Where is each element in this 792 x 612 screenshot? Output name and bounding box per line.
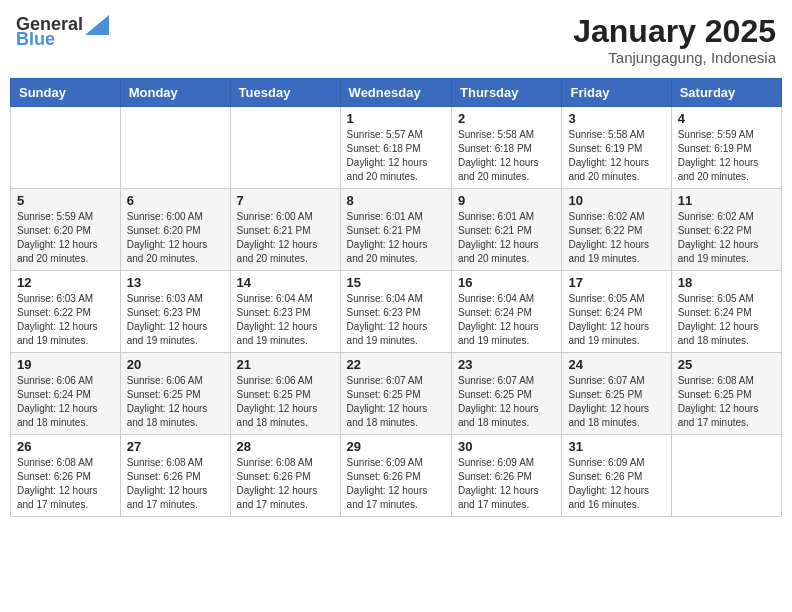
day-number: 6 [127,193,224,208]
day-cell: 18Sunrise: 6:05 AM Sunset: 6:24 PM Dayli… [671,271,781,353]
day-number: 29 [347,439,445,454]
day-info: Sunrise: 6:03 AM Sunset: 6:22 PM Dayligh… [17,292,114,348]
week-row-4: 26Sunrise: 6:08 AM Sunset: 6:26 PM Dayli… [11,435,782,517]
day-cell [230,107,340,189]
day-cell: 2Sunrise: 5:58 AM Sunset: 6:18 PM Daylig… [452,107,562,189]
day-number: 24 [568,357,664,372]
day-info: Sunrise: 6:08 AM Sunset: 6:25 PM Dayligh… [678,374,775,430]
day-number: 25 [678,357,775,372]
day-info: Sunrise: 6:08 AM Sunset: 6:26 PM Dayligh… [17,456,114,512]
day-number: 8 [347,193,445,208]
day-info: Sunrise: 6:06 AM Sunset: 6:25 PM Dayligh… [237,374,334,430]
day-number: 28 [237,439,334,454]
day-number: 12 [17,275,114,290]
header-wednesday: Wednesday [340,79,451,107]
header-saturday: Saturday [671,79,781,107]
header-friday: Friday [562,79,671,107]
day-cell [671,435,781,517]
day-info: Sunrise: 6:06 AM Sunset: 6:24 PM Dayligh… [17,374,114,430]
day-number: 18 [678,275,775,290]
day-info: Sunrise: 6:05 AM Sunset: 6:24 PM Dayligh… [568,292,664,348]
day-info: Sunrise: 5:58 AM Sunset: 6:19 PM Dayligh… [568,128,664,184]
day-number: 30 [458,439,555,454]
day-cell: 27Sunrise: 6:08 AM Sunset: 6:26 PM Dayli… [120,435,230,517]
day-info: Sunrise: 6:08 AM Sunset: 6:26 PM Dayligh… [127,456,224,512]
day-number: 7 [237,193,334,208]
day-number: 9 [458,193,555,208]
day-cell: 1Sunrise: 5:57 AM Sunset: 6:18 PM Daylig… [340,107,451,189]
day-info: Sunrise: 6:04 AM Sunset: 6:24 PM Dayligh… [458,292,555,348]
day-cell: 5Sunrise: 5:59 AM Sunset: 6:20 PM Daylig… [11,189,121,271]
week-row-0: 1Sunrise: 5:57 AM Sunset: 6:18 PM Daylig… [11,107,782,189]
day-info: Sunrise: 6:07 AM Sunset: 6:25 PM Dayligh… [458,374,555,430]
day-cell: 10Sunrise: 6:02 AM Sunset: 6:22 PM Dayli… [562,189,671,271]
day-cell: 17Sunrise: 6:05 AM Sunset: 6:24 PM Dayli… [562,271,671,353]
day-cell: 29Sunrise: 6:09 AM Sunset: 6:26 PM Dayli… [340,435,451,517]
day-cell: 15Sunrise: 6:04 AM Sunset: 6:23 PM Dayli… [340,271,451,353]
day-number: 19 [17,357,114,372]
day-info: Sunrise: 6:09 AM Sunset: 6:26 PM Dayligh… [347,456,445,512]
day-number: 15 [347,275,445,290]
calendar-header-row: SundayMondayTuesdayWednesdayThursdayFrid… [11,79,782,107]
day-cell: 26Sunrise: 6:08 AM Sunset: 6:26 PM Dayli… [11,435,121,517]
title-block: January 2025 Tanjungagung, Indonesia [573,14,776,66]
header-sunday: Sunday [11,79,121,107]
day-number: 26 [17,439,114,454]
svg-marker-0 [85,15,109,35]
day-number: 16 [458,275,555,290]
day-number: 14 [237,275,334,290]
page-header: General Blue January 2025 Tanjungagung, … [10,10,782,70]
logo: General Blue [16,14,109,50]
day-info: Sunrise: 5:59 AM Sunset: 6:19 PM Dayligh… [678,128,775,184]
day-info: Sunrise: 6:00 AM Sunset: 6:21 PM Dayligh… [237,210,334,266]
day-info: Sunrise: 5:58 AM Sunset: 6:18 PM Dayligh… [458,128,555,184]
day-info: Sunrise: 5:57 AM Sunset: 6:18 PM Dayligh… [347,128,445,184]
day-cell: 22Sunrise: 6:07 AM Sunset: 6:25 PM Dayli… [340,353,451,435]
calendar: SundayMondayTuesdayWednesdayThursdayFrid… [10,78,782,517]
month-title: January 2025 [573,14,776,49]
header-monday: Monday [120,79,230,107]
day-cell: 21Sunrise: 6:06 AM Sunset: 6:25 PM Dayli… [230,353,340,435]
day-number: 2 [458,111,555,126]
day-cell: 31Sunrise: 6:09 AM Sunset: 6:26 PM Dayli… [562,435,671,517]
day-number: 17 [568,275,664,290]
day-cell: 13Sunrise: 6:03 AM Sunset: 6:23 PM Dayli… [120,271,230,353]
day-cell [11,107,121,189]
day-info: Sunrise: 6:01 AM Sunset: 6:21 PM Dayligh… [458,210,555,266]
day-cell: 12Sunrise: 6:03 AM Sunset: 6:22 PM Dayli… [11,271,121,353]
header-tuesday: Tuesday [230,79,340,107]
day-cell: 28Sunrise: 6:08 AM Sunset: 6:26 PM Dayli… [230,435,340,517]
day-cell [120,107,230,189]
day-info: Sunrise: 6:09 AM Sunset: 6:26 PM Dayligh… [568,456,664,512]
day-cell: 23Sunrise: 6:07 AM Sunset: 6:25 PM Dayli… [452,353,562,435]
day-cell: 16Sunrise: 6:04 AM Sunset: 6:24 PM Dayli… [452,271,562,353]
day-cell: 6Sunrise: 6:00 AM Sunset: 6:20 PM Daylig… [120,189,230,271]
day-info: Sunrise: 6:04 AM Sunset: 6:23 PM Dayligh… [237,292,334,348]
day-info: Sunrise: 6:07 AM Sunset: 6:25 PM Dayligh… [347,374,445,430]
day-info: Sunrise: 6:08 AM Sunset: 6:26 PM Dayligh… [237,456,334,512]
week-row-1: 5Sunrise: 5:59 AM Sunset: 6:20 PM Daylig… [11,189,782,271]
location: Tanjungagung, Indonesia [573,49,776,66]
day-info: Sunrise: 6:01 AM Sunset: 6:21 PM Dayligh… [347,210,445,266]
day-info: Sunrise: 6:09 AM Sunset: 6:26 PM Dayligh… [458,456,555,512]
day-number: 21 [237,357,334,372]
day-cell: 9Sunrise: 6:01 AM Sunset: 6:21 PM Daylig… [452,189,562,271]
day-info: Sunrise: 6:07 AM Sunset: 6:25 PM Dayligh… [568,374,664,430]
day-number: 1 [347,111,445,126]
logo-blue: Blue [16,29,55,50]
day-cell: 14Sunrise: 6:04 AM Sunset: 6:23 PM Dayli… [230,271,340,353]
day-info: Sunrise: 6:00 AM Sunset: 6:20 PM Dayligh… [127,210,224,266]
day-info: Sunrise: 6:06 AM Sunset: 6:25 PM Dayligh… [127,374,224,430]
day-number: 11 [678,193,775,208]
day-number: 13 [127,275,224,290]
day-cell: 30Sunrise: 6:09 AM Sunset: 6:26 PM Dayli… [452,435,562,517]
day-info: Sunrise: 6:02 AM Sunset: 6:22 PM Dayligh… [678,210,775,266]
day-info: Sunrise: 6:04 AM Sunset: 6:23 PM Dayligh… [347,292,445,348]
day-cell: 11Sunrise: 6:02 AM Sunset: 6:22 PM Dayli… [671,189,781,271]
day-number: 3 [568,111,664,126]
week-row-2: 12Sunrise: 6:03 AM Sunset: 6:22 PM Dayli… [11,271,782,353]
day-info: Sunrise: 5:59 AM Sunset: 6:20 PM Dayligh… [17,210,114,266]
day-number: 22 [347,357,445,372]
day-cell: 20Sunrise: 6:06 AM Sunset: 6:25 PM Dayli… [120,353,230,435]
day-cell: 25Sunrise: 6:08 AM Sunset: 6:25 PM Dayli… [671,353,781,435]
